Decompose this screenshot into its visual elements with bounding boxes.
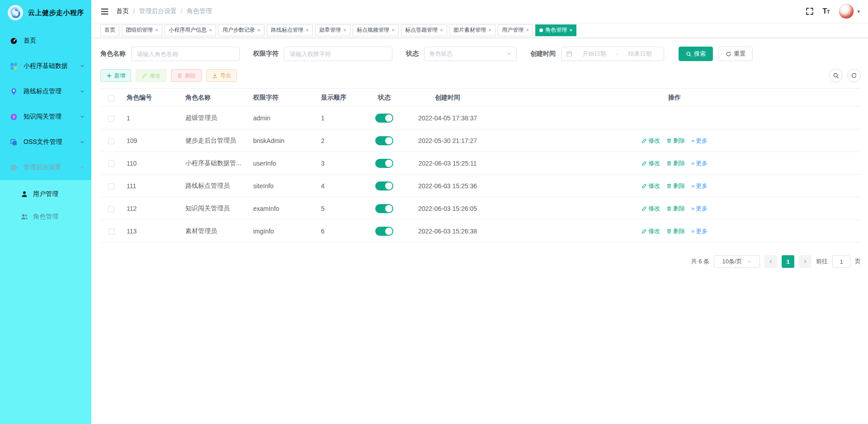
status-toggle[interactable] xyxy=(375,159,393,168)
trash-icon xyxy=(666,161,672,166)
next-page-button[interactable] xyxy=(799,255,811,268)
row-edit-link[interactable]: 修改 xyxy=(642,159,660,167)
perm-input[interactable] xyxy=(284,47,392,61)
sidebar-item-quiz[interactable]: 知识闯关管理 xyxy=(0,104,91,129)
row-delete-link[interactable]: 删除 xyxy=(666,182,685,190)
status-toggle[interactable] xyxy=(375,136,393,145)
app-logo[interactable]: 云上健步走小程序 xyxy=(0,0,91,25)
avatar[interactable] xyxy=(839,4,854,19)
status-select[interactable]: 角色状态 xyxy=(424,47,517,61)
prev-page-button[interactable] xyxy=(764,255,777,268)
role-name-input[interactable] xyxy=(131,47,240,61)
tab-4[interactable]: 路线标点管理× xyxy=(267,24,313,36)
row-more-link[interactable]: »更多 xyxy=(691,137,708,145)
status-toggle[interactable] xyxy=(375,181,393,191)
status-toggle[interactable] xyxy=(375,227,393,236)
toggle-search-button[interactable] xyxy=(829,69,843,82)
row-more-link[interactable]: »更多 xyxy=(691,182,708,190)
sidebar-subitem-role-mgmt[interactable]: 角色管理 xyxy=(0,205,91,228)
goto-page-input[interactable] xyxy=(832,255,850,268)
tab-close-icon[interactable]: × xyxy=(209,28,212,33)
sidebar-item-route-marker[interactable]: 路线标点管理 xyxy=(0,79,91,104)
tab-label: 角色管理 xyxy=(545,26,567,34)
pencil-icon xyxy=(642,161,647,166)
edit-button[interactable]: 修改 xyxy=(136,69,166,82)
reset-button[interactable]: 重置 xyxy=(718,47,753,61)
delete-button[interactable]: 删除 xyxy=(171,69,202,82)
row-actions: 修改删除»更多 xyxy=(493,159,856,167)
row-delete-link[interactable]: 删除 xyxy=(666,159,685,167)
font-size-icon[interactable]: TT xyxy=(823,8,830,15)
tab-close-icon[interactable]: × xyxy=(526,28,529,33)
row-checkbox[interactable] xyxy=(108,115,114,122)
sidebar-item-home[interactable]: 首页 xyxy=(0,28,91,53)
plus-icon xyxy=(106,73,112,79)
page-number-button[interactable]: 1 xyxy=(782,255,794,268)
status-cell xyxy=(362,175,407,197)
date-separator: - xyxy=(616,51,618,57)
tab-close-icon[interactable]: × xyxy=(257,28,260,33)
refresh-table-button[interactable] xyxy=(847,69,861,82)
row-more-link[interactable]: »更多 xyxy=(691,227,708,235)
breadcrumb-item: 角色管理 xyxy=(187,7,212,15)
add-button[interactable]: 新增 xyxy=(100,69,131,82)
select-all-checkbox[interactable] xyxy=(108,95,114,101)
date-range-picker[interactable]: 开始日期 - 结束日期 xyxy=(561,47,664,61)
double-arrow-right-icon: » xyxy=(691,160,694,166)
row-delete-link[interactable]: 删除 xyxy=(666,205,685,213)
status-toggle[interactable] xyxy=(375,204,393,213)
app-root: 云上健步走小程序 首页小程序基础数据路线标点管理知识闯关管理OSS文件管理管理后… xyxy=(0,0,868,424)
tab-6[interactable]: 标点视频管理× xyxy=(353,24,399,36)
row-more-link[interactable]: »更多 xyxy=(691,159,708,167)
menu-fold-icon[interactable] xyxy=(100,7,109,16)
tab-0[interactable]: 首页 xyxy=(100,24,119,36)
row-more-link[interactable]: »更多 xyxy=(691,205,708,213)
tab-5[interactable]: 勋章管理× xyxy=(315,24,350,36)
sidebar-item-admin-settings[interactable]: 管理后台设置 xyxy=(0,155,91,180)
col-actions: 操作 xyxy=(488,89,861,107)
tab-3[interactable]: 用户步数记录× xyxy=(218,24,264,36)
active-tab-dot-icon xyxy=(539,29,543,32)
tab-close-icon[interactable]: × xyxy=(569,28,572,33)
tab-8[interactable]: 图片素材管理× xyxy=(449,24,495,36)
tab-close-icon[interactable]: × xyxy=(155,28,158,33)
export-button[interactable]: 导出 xyxy=(206,69,237,82)
tab-1[interactable]: 团组织管理× xyxy=(122,24,162,36)
edit-button-label: 修改 xyxy=(150,72,160,80)
tab-close-icon[interactable]: × xyxy=(343,28,346,33)
tab-2[interactable]: 小程序用户信息× xyxy=(165,24,216,36)
row-checkbox[interactable] xyxy=(108,138,114,144)
checkbox-cell xyxy=(100,220,122,243)
search-button[interactable]: 搜索 xyxy=(679,47,713,61)
sidebar-item-miniapp-data[interactable]: 小程序基础数据 xyxy=(0,53,91,79)
row-checkbox[interactable] xyxy=(108,229,114,235)
row-checkbox[interactable] xyxy=(108,183,114,190)
date-end-placeholder: 结束日期 xyxy=(621,50,659,58)
row-edit-link[interactable]: 修改 xyxy=(642,205,660,213)
row-checkbox[interactable] xyxy=(108,161,114,167)
row-edit-link[interactable]: 修改 xyxy=(642,182,660,190)
tab-close-icon[interactable]: × xyxy=(440,28,443,33)
tab-10[interactable]: 角色管理× xyxy=(535,24,576,36)
page-size-select[interactable]: 10条/页 xyxy=(714,255,760,268)
row-delete-label: 删除 xyxy=(673,137,685,145)
tab-close-icon[interactable]: × xyxy=(306,28,309,33)
sidebar-item-oss-files[interactable]: OSS文件管理 xyxy=(0,129,91,155)
sidebar-subitem-user-mgmt[interactable]: 用户管理 xyxy=(0,183,91,205)
row-edit-link[interactable]: 修改 xyxy=(642,137,660,145)
table-row: 111路线标点管理员siteInfo42022-06-03 15:25:36修改… xyxy=(100,175,861,197)
sidebar-item-label: 路线标点管理 xyxy=(24,87,80,95)
status-toggle[interactable] xyxy=(375,114,393,123)
row-edit-link[interactable]: 修改 xyxy=(642,227,660,235)
tab-9[interactable]: 用户管理× xyxy=(498,24,533,36)
user-menu[interactable]: ▾ xyxy=(839,4,860,19)
breadcrumb-item[interactable]: 首页 xyxy=(116,7,129,15)
toolbar-right xyxy=(829,69,861,82)
row-checkbox[interactable] xyxy=(108,206,114,212)
fullscreen-icon[interactable] xyxy=(806,7,814,15)
row-delete-link[interactable]: 删除 xyxy=(666,137,685,145)
tab-close-icon[interactable]: × xyxy=(488,28,491,33)
row-delete-link[interactable]: 删除 xyxy=(666,227,685,235)
tab-close-icon[interactable]: × xyxy=(392,28,395,33)
tab-7[interactable]: 标点答题管理× xyxy=(401,24,447,36)
